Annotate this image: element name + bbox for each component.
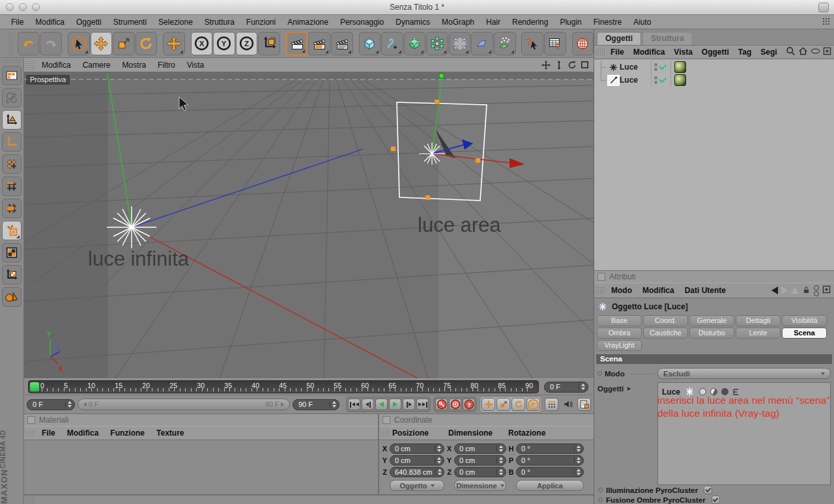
coordinate-system-button[interactable] <box>258 32 280 55</box>
goto-end-button[interactable] <box>416 399 429 410</box>
previous-frame-button[interactable] <box>362 399 374 410</box>
viewport-menu-modifica[interactable]: Modifica <box>36 61 77 70</box>
tab-disturbo[interactable]: Disturbo <box>689 328 734 339</box>
menu-hair[interactable]: Hair <box>480 18 506 27</box>
materials-menu-modifica[interactable]: Modifica <box>61 428 105 438</box>
lock-z-axis-button[interactable]: Z <box>236 32 258 55</box>
sidebar-workplane-button[interactable] <box>2 287 22 307</box>
goto-start-button[interactable] <box>348 399 360 410</box>
frame-stepper[interactable] <box>579 384 585 390</box>
render-settings-button[interactable] <box>331 32 353 55</box>
history-forward-icon[interactable] <box>781 287 788 294</box>
rotate-tool-button[interactable] <box>136 32 158 55</box>
object-row-infinite-light[interactable]: Luce <box>594 61 834 74</box>
timeline-ruler-bar[interactable]: 05 1015 2025 3035 4045 5055 6065 7075 80… <box>28 380 539 393</box>
rotation-p-field[interactable]: 0 ° <box>516 455 584 466</box>
key-position-toggle[interactable] <box>482 398 495 411</box>
tab-visibilita[interactable]: Visibilità <box>782 315 827 326</box>
position-x-field[interactable]: 0 cm <box>390 443 444 454</box>
om-menu-file[interactable]: File <box>606 48 629 57</box>
viewport-menu-camere[interactable]: Camere <box>77 61 117 70</box>
add-environment-button[interactable] <box>494 32 516 55</box>
illuminazione-pyrocluster-checkbox[interactable] <box>704 486 712 494</box>
viewport-maximize-icon[interactable] <box>580 60 590 70</box>
range-start-stepper[interactable] <box>65 401 72 408</box>
viewport-menubar-grip[interactable] <box>25 61 36 70</box>
object-row-area-light[interactable]: Luce <box>594 74 834 87</box>
menu-dynamics[interactable]: Dynamics <box>390 18 436 27</box>
menu-aiuto[interactable]: Aiuto <box>627 18 657 27</box>
sync-selection-icon[interactable] <box>814 285 819 296</box>
attributes-panel-checkbox[interactable] <box>597 273 605 281</box>
attr-menu-dati-utente[interactable]: Dati Utente <box>680 286 731 295</box>
coordinates-panel-checkbox[interactable] <box>382 416 390 424</box>
scale-tool-button[interactable] <box>113 32 135 55</box>
sidebar-coordinate-globe-button[interactable] <box>2 88 22 107</box>
y-axis-handle[interactable] <box>439 74 444 78</box>
menu-funzioni[interactable]: Funzioni <box>240 18 281 27</box>
sidebar-points-mode-button[interactable] <box>2 154 22 174</box>
menu-finestre[interactable]: Finestre <box>588 18 627 27</box>
render-view-button[interactable] <box>286 32 308 55</box>
object-mode-dropdown[interactable]: Oggetto <box>390 480 444 491</box>
record-keyframe-button[interactable] <box>435 399 448 410</box>
tab-struttura[interactable]: Struttura <box>642 32 693 45</box>
area-light-object-icon[interactable] <box>607 75 620 86</box>
titlebar-widget-icon[interactable] <box>818 3 829 12</box>
history-back-icon[interactable] <box>771 287 778 294</box>
viewport-menu-mostra[interactable]: Mostra <box>116 61 152 70</box>
menu-rendering[interactable]: Rendering <box>506 18 554 27</box>
viewport-menu-filtro[interactable]: Filtro <box>152 61 181 70</box>
sidebar-animation-mode-button[interactable] <box>2 221 22 240</box>
om-menu-modifica[interactable]: Modifica <box>629 48 670 57</box>
eye-icon[interactable] <box>811 48 820 57</box>
lock-x-axis-button[interactable]: X <box>191 32 213 55</box>
window-minimize-button[interactable] <box>19 3 27 11</box>
range-end-stepper[interactable] <box>330 401 336 408</box>
coordinates-panel-titlebar[interactable]: Coordinate <box>379 414 594 426</box>
render-picture-viewer-button[interactable] <box>308 32 330 55</box>
sound-toggle[interactable] <box>561 398 575 411</box>
add-deformer-button[interactable] <box>471 32 493 55</box>
render-visibility-dot[interactable] <box>654 81 657 84</box>
play-backwards-button[interactable] <box>375 399 388 410</box>
last-used-tool-button[interactable] <box>163 32 185 55</box>
size-y-field[interactable]: 0 cm <box>454 455 506 466</box>
lock-icon[interactable] <box>802 285 811 296</box>
menu-oggetti[interactable]: Oggetti <box>70 18 108 27</box>
parent-object-icon[interactable] <box>791 287 799 294</box>
viewport-zoom-icon[interactable] <box>554 60 564 70</box>
key-pla-toggle[interactable] <box>545 398 558 411</box>
viewport-camera-label[interactable]: Prospettiva <box>26 75 70 85</box>
key-parameter-toggle[interactable]: P <box>526 398 540 411</box>
lock-y-axis-button[interactable]: Y <box>213 32 235 55</box>
autokey-button[interactable] <box>449 399 461 410</box>
object-manager-grip[interactable] <box>596 48 606 57</box>
add-attr-panel-icon[interactable] <box>822 285 831 296</box>
play-forwards-button[interactable] <box>389 399 401 410</box>
position-y-field[interactable]: 0 cm <box>390 455 444 466</box>
sidebar-make-editable-button[interactable] <box>2 66 22 85</box>
home-icon[interactable] <box>798 46 808 58</box>
size-x-field[interactable]: 0 cm <box>454 443 506 454</box>
fusione-ombre-pyrocluster-checkbox[interactable] <box>712 496 720 504</box>
tab-base[interactable]: Base <box>597 315 642 326</box>
rotation-b-field[interactable]: 0 ° <box>516 467 584 477</box>
next-frame-button[interactable] <box>403 399 415 410</box>
add-hypernurbs-button[interactable] <box>404 32 426 55</box>
current-frame-field[interactable]: 0 F <box>544 382 588 393</box>
enabled-check-icon[interactable] <box>659 75 667 83</box>
clipboard-button[interactable] <box>577 398 591 411</box>
viewport-rotate-icon[interactable] <box>567 60 577 70</box>
tab-coord[interactable]: Coord. <box>643 315 688 326</box>
range-end-field[interactable]: 90 F <box>293 399 339 410</box>
editor-visibility-dot[interactable] <box>654 76 657 79</box>
object-list[interactable]: Luce Luce <box>594 59 834 271</box>
menu-struttura[interactable]: Struttura <box>199 18 240 27</box>
tag-cell[interactable] <box>670 74 686 87</box>
tag-cell[interactable] <box>670 61 686 74</box>
enabled-check-icon[interactable] <box>659 62 667 70</box>
key-scale-toggle[interactable] <box>496 398 510 411</box>
undo-button[interactable] <box>18 32 40 55</box>
menu-file[interactable]: File <box>5 18 29 27</box>
